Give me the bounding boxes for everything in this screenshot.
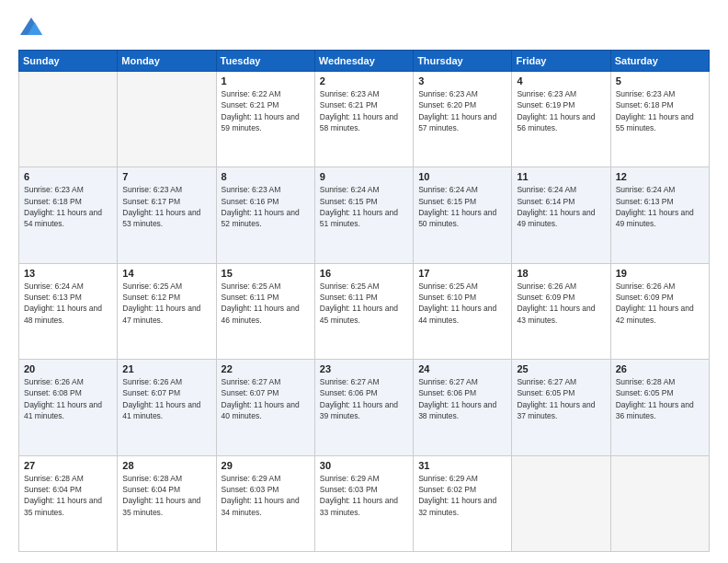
calendar-week-row: 27Sunrise: 6:28 AM Sunset: 6:04 PM Dayli…: [19, 455, 710, 551]
day-number: 19: [616, 268, 704, 279]
calendar-cell: 5Sunrise: 6:23 AM Sunset: 6:18 PM Daylig…: [610, 72, 709, 167]
day-info: Sunrise: 6:25 AM Sunset: 6:11 PM Dayligh…: [320, 281, 408, 326]
day-number: 14: [122, 268, 210, 279]
calendar-week-row: 13Sunrise: 6:24 AM Sunset: 6:13 PM Dayli…: [19, 263, 710, 359]
day-number: 8: [222, 171, 310, 182]
day-info: Sunrise: 6:24 AM Sunset: 6:15 PM Dayligh…: [320, 184, 408, 229]
calendar-week-row: 6Sunrise: 6:23 AM Sunset: 6:18 PM Daylig…: [19, 167, 710, 263]
calendar-cell: 15Sunrise: 6:25 AM Sunset: 6:11 PM Dayli…: [216, 263, 314, 359]
calendar-cell: 11Sunrise: 6:24 AM Sunset: 6:14 PM Dayli…: [512, 167, 610, 263]
calendar-cell: 8Sunrise: 6:23 AM Sunset: 6:16 PM Daylig…: [216, 167, 314, 263]
calendar-cell: 28Sunrise: 6:28 AM Sunset: 6:04 PM Dayli…: [118, 455, 216, 551]
day-number: 31: [418, 460, 506, 471]
calendar-cell: 6Sunrise: 6:23 AM Sunset: 6:18 PM Daylig…: [19, 167, 118, 263]
day-info: Sunrise: 6:26 AM Sunset: 6:08 PM Dayligh…: [24, 376, 112, 421]
day-info: Sunrise: 6:24 AM Sunset: 6:13 PM Dayligh…: [616, 184, 704, 229]
calendar-cell: 25Sunrise: 6:27 AM Sunset: 6:05 PM Dayli…: [512, 360, 610, 455]
calendar-cell: 23Sunrise: 6:27 AM Sunset: 6:06 PM Dayli…: [314, 360, 413, 455]
day-number: 25: [517, 363, 605, 374]
day-number: 29: [222, 460, 310, 471]
calendar-header-thursday: Thursday: [414, 51, 512, 72]
calendar-cell: 24Sunrise: 6:27 AM Sunset: 6:06 PM Dayli…: [414, 360, 512, 455]
day-info: Sunrise: 6:26 AM Sunset: 6:09 PM Dayligh…: [517, 281, 605, 326]
calendar-cell: 1Sunrise: 6:22 AM Sunset: 6:21 PM Daylig…: [216, 72, 314, 167]
day-info: Sunrise: 6:23 AM Sunset: 6:17 PM Dayligh…: [122, 184, 210, 229]
calendar-cell: [610, 455, 709, 551]
calendar-cell: [512, 455, 610, 551]
calendar-cell: 7Sunrise: 6:23 AM Sunset: 6:17 PM Daylig…: [118, 167, 216, 263]
day-info: Sunrise: 6:23 AM Sunset: 6:18 PM Dayligh…: [24, 184, 112, 229]
day-info: Sunrise: 6:29 AM Sunset: 6:02 PM Dayligh…: [418, 473, 506, 518]
day-info: Sunrise: 6:24 AM Sunset: 6:13 PM Dayligh…: [24, 281, 112, 326]
day-number: 1: [222, 75, 310, 86]
day-info: Sunrise: 6:23 AM Sunset: 6:16 PM Dayligh…: [222, 184, 310, 229]
day-number: 24: [418, 363, 506, 374]
day-info: Sunrise: 6:25 AM Sunset: 6:12 PM Dayligh…: [122, 281, 210, 326]
calendar-header-friday: Friday: [512, 51, 610, 72]
day-info: Sunrise: 6:24 AM Sunset: 6:14 PM Dayligh…: [517, 184, 605, 229]
calendar-cell: 3Sunrise: 6:23 AM Sunset: 6:20 PM Daylig…: [414, 72, 512, 167]
calendar-header-sunday: Sunday: [19, 51, 118, 72]
day-info: Sunrise: 6:27 AM Sunset: 6:06 PM Dayligh…: [320, 376, 408, 421]
calendar-cell: [118, 72, 216, 167]
calendar-header-wednesday: Wednesday: [314, 51, 413, 72]
calendar-cell: 14Sunrise: 6:25 AM Sunset: 6:12 PM Dayli…: [118, 263, 216, 359]
day-number: 26: [616, 363, 704, 374]
day-number: 15: [222, 268, 310, 279]
day-number: 11: [517, 171, 605, 182]
calendar-header-row: SundayMondayTuesdayWednesdayThursdayFrid…: [19, 51, 710, 72]
day-info: Sunrise: 6:23 AM Sunset: 6:20 PM Dayligh…: [418, 88, 506, 133]
calendar-header-saturday: Saturday: [610, 51, 709, 72]
calendar-week-row: 20Sunrise: 6:26 AM Sunset: 6:08 PM Dayli…: [19, 360, 710, 455]
day-info: Sunrise: 6:28 AM Sunset: 6:04 PM Dayligh…: [122, 473, 210, 518]
day-info: Sunrise: 6:28 AM Sunset: 6:04 PM Dayligh…: [24, 473, 112, 518]
day-number: 10: [418, 171, 506, 182]
day-info: Sunrise: 6:23 AM Sunset: 6:21 PM Dayligh…: [320, 88, 408, 133]
day-number: 12: [616, 171, 704, 182]
calendar-cell: 30Sunrise: 6:29 AM Sunset: 6:03 PM Dayli…: [314, 455, 413, 551]
calendar-cell: 9Sunrise: 6:24 AM Sunset: 6:15 PM Daylig…: [314, 167, 413, 263]
day-number: 7: [122, 171, 210, 182]
calendar-table: SundayMondayTuesdayWednesdayThursdayFrid…: [18, 50, 710, 552]
day-number: 28: [122, 460, 210, 471]
calendar-cell: 16Sunrise: 6:25 AM Sunset: 6:11 PM Dayli…: [314, 263, 413, 359]
day-info: Sunrise: 6:29 AM Sunset: 6:03 PM Dayligh…: [222, 473, 310, 518]
day-info: Sunrise: 6:27 AM Sunset: 6:06 PM Dayligh…: [418, 376, 506, 421]
day-info: Sunrise: 6:26 AM Sunset: 6:09 PM Dayligh…: [616, 281, 704, 326]
calendar-cell: 21Sunrise: 6:26 AM Sunset: 6:07 PM Dayli…: [118, 360, 216, 455]
day-number: 23: [320, 363, 408, 374]
day-number: 3: [418, 75, 506, 86]
calendar-cell: 29Sunrise: 6:29 AM Sunset: 6:03 PM Dayli…: [216, 455, 314, 551]
day-number: 4: [517, 75, 605, 86]
day-number: 18: [517, 268, 605, 279]
calendar-cell: 22Sunrise: 6:27 AM Sunset: 6:07 PM Dayli…: [216, 360, 314, 455]
calendar-week-row: 1Sunrise: 6:22 AM Sunset: 6:21 PM Daylig…: [19, 72, 710, 167]
day-number: 16: [320, 268, 408, 279]
day-number: 20: [24, 363, 112, 374]
day-info: Sunrise: 6:28 AM Sunset: 6:05 PM Dayligh…: [616, 376, 704, 421]
day-info: Sunrise: 6:24 AM Sunset: 6:15 PM Dayligh…: [418, 184, 506, 229]
day-info: Sunrise: 6:27 AM Sunset: 6:07 PM Dayligh…: [222, 376, 310, 421]
day-number: 5: [616, 75, 704, 86]
day-number: 13: [24, 268, 112, 279]
calendar-cell: 2Sunrise: 6:23 AM Sunset: 6:21 PM Daylig…: [314, 72, 413, 167]
day-number: 6: [24, 171, 112, 182]
day-info: Sunrise: 6:22 AM Sunset: 6:21 PM Dayligh…: [222, 88, 310, 133]
calendar-cell: 13Sunrise: 6:24 AM Sunset: 6:13 PM Dayli…: [19, 263, 118, 359]
day-info: Sunrise: 6:29 AM Sunset: 6:03 PM Dayligh…: [320, 473, 408, 518]
calendar-cell: 12Sunrise: 6:24 AM Sunset: 6:13 PM Dayli…: [610, 167, 709, 263]
calendar-cell: [19, 72, 118, 167]
page: SundayMondayTuesdayWednesdayThursdayFrid…: [0, 0, 728, 563]
day-number: 22: [222, 363, 310, 374]
header: [18, 15, 710, 40]
calendar-cell: 26Sunrise: 6:28 AM Sunset: 6:05 PM Dayli…: [610, 360, 709, 455]
calendar-cell: 27Sunrise: 6:28 AM Sunset: 6:04 PM Dayli…: [19, 455, 118, 551]
calendar-cell: 19Sunrise: 6:26 AM Sunset: 6:09 PM Dayli…: [610, 263, 709, 359]
day-number: 27: [24, 460, 112, 471]
day-number: 9: [320, 171, 408, 182]
day-number: 21: [122, 363, 210, 374]
day-number: 17: [418, 268, 506, 279]
calendar-cell: 20Sunrise: 6:26 AM Sunset: 6:08 PM Dayli…: [19, 360, 118, 455]
calendar-cell: 10Sunrise: 6:24 AM Sunset: 6:15 PM Dayli…: [414, 167, 512, 263]
calendar-cell: 17Sunrise: 6:25 AM Sunset: 6:10 PM Dayli…: [414, 263, 512, 359]
